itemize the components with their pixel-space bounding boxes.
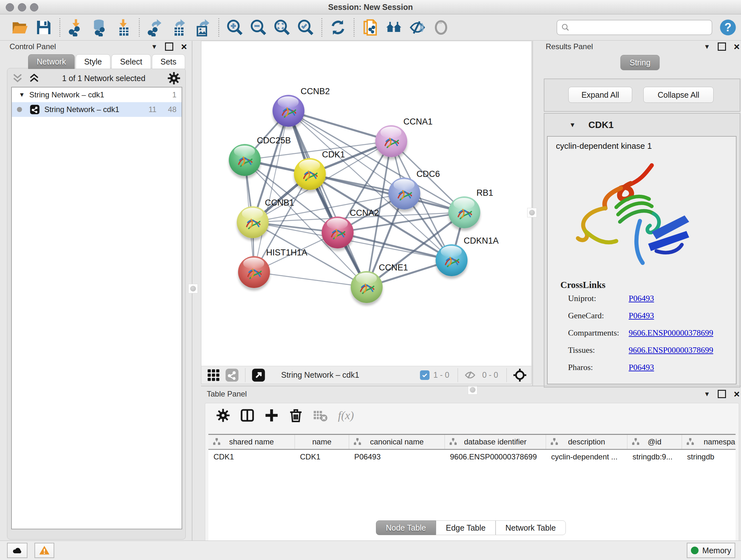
tab-string[interactable]: String <box>620 55 660 70</box>
network-node-hist1h1a[interactable] <box>238 256 270 288</box>
tab-network-table[interactable]: Network Table <box>495 520 566 535</box>
network-node-ccnb2[interactable] <box>273 95 305 127</box>
export-image-button[interactable] <box>192 17 213 38</box>
help-button[interactable]: ? <box>719 19 737 36</box>
network-node-ccne1[interactable] <box>351 271 383 303</box>
add-column-icon[interactable] <box>264 408 279 423</box>
column-header-id[interactable]: @id <box>627 435 682 449</box>
table-row[interactable]: CDK1 CDK1 P06493 9606.ENSP00000378699 cy… <box>208 450 736 464</box>
crosslink-link[interactable]: P06493 <box>629 311 654 320</box>
network-node-ccna1[interactable] <box>375 125 407 157</box>
automation-cloud-button[interactable] <box>7 543 27 558</box>
network-node-cdkn1a[interactable] <box>435 244 468 276</box>
collapse-all-chevron-icon[interactable] <box>11 73 24 84</box>
tab-edge-table[interactable]: Edge Table <box>436 520 495 535</box>
panel-collapse-icon[interactable]: ▼ <box>151 43 158 51</box>
column-header-database-identifier[interactable]: database identifier <box>445 435 546 449</box>
memory-button[interactable]: Memory <box>687 543 735 558</box>
cell-name[interactable]: CDK1 <box>295 452 349 461</box>
function-builder-icon[interactable]: f(x) <box>338 409 354 422</box>
crosslink-link[interactable]: P06493 <box>629 294 654 303</box>
tab-select[interactable]: Select <box>111 54 151 69</box>
expand-all-chevron-icon[interactable] <box>28 73 41 84</box>
import-network-button[interactable] <box>66 17 86 38</box>
tab-sets[interactable]: Sets <box>152 54 185 69</box>
panel-collapse-icon[interactable]: ▼ <box>704 390 711 398</box>
import-network-from-database-button[interactable] <box>89 17 110 38</box>
string-home-button[interactable] <box>384 17 404 38</box>
column-type-icon <box>550 437 559 446</box>
cell-description[interactable]: cyclin-dependent ... <box>546 452 627 461</box>
eye-button[interactable] <box>431 17 451 38</box>
search-input[interactable] <box>556 20 712 35</box>
network-node-ccnb1[interactable] <box>237 206 269 238</box>
delete-table-icon[interactable] <box>313 408 328 423</box>
export-table-button[interactable] <box>169 17 189 38</box>
open-in-new-window-icon[interactable] <box>252 368 266 382</box>
column-header-description[interactable]: description <box>546 435 627 449</box>
collapse-all-button[interactable]: Collapse All <box>643 87 714 103</box>
save-session-button[interactable] <box>33 17 54 38</box>
zoom-out-icon <box>250 18 267 37</box>
show-hide-panels-button[interactable] <box>407 17 428 38</box>
show-columns-icon[interactable] <box>240 408 255 423</box>
import-table-button[interactable] <box>113 17 133 38</box>
grid-view-icon[interactable] <box>206 368 220 382</box>
zoom-selected-button[interactable] <box>295 17 316 38</box>
cell-shared-name[interactable]: CDK1 <box>208 452 295 461</box>
table-options-gear-icon[interactable] <box>215 408 231 423</box>
refresh-button[interactable] <box>328 17 348 38</box>
entry-header[interactable]: ▼ CDK1 <box>544 114 740 136</box>
crosslink-link[interactable]: 9606.ENSP00000378699 <box>629 346 713 355</box>
expand-all-button[interactable]: Expand All <box>568 87 632 103</box>
node-table-card: f(x) shared name name canonical name <box>205 403 739 560</box>
zoom-in-button[interactable] <box>225 17 245 38</box>
network-canvas[interactable]: CCNB2CCNA1CDC25BCDK1CDC6RB1CCNB1CCNA2CDK… <box>201 41 531 366</box>
column-header-canonical-name[interactable]: canonical name <box>349 435 445 449</box>
cell-database-identifier[interactable]: 9606.ENSP00000378699 <box>445 452 546 461</box>
cell-namespace[interactable]: stringdb <box>682 452 736 461</box>
network-collection-row[interactable]: ▼ String Network – cdk1 1 <box>12 87 182 102</box>
birdseye-crosshair-icon[interactable] <box>513 368 527 382</box>
network-edge[interactable] <box>288 111 367 287</box>
panel-float-icon[interactable] <box>165 43 173 51</box>
warnings-button[interactable] <box>35 543 54 558</box>
delete-column-trash-icon[interactable] <box>288 408 304 423</box>
column-header-shared-name[interactable]: shared name <box>208 435 295 449</box>
tab-node-table[interactable]: Node Table <box>376 520 436 535</box>
export-network-button[interactable] <box>145 17 165 38</box>
cell-canonical-name[interactable]: P06493 <box>349 452 445 461</box>
clone-network-button[interactable] <box>360 17 381 38</box>
cell-id[interactable]: stringdb:9... <box>627 452 682 461</box>
column-header-namespace[interactable]: namespace <box>682 435 736 449</box>
network-row[interactable]: String Network – cdk1 11 48 <box>12 102 182 117</box>
network-view-share-icon[interactable] <box>225 368 239 382</box>
panel-float-icon[interactable] <box>718 43 726 51</box>
tab-network[interactable]: Network <box>28 54 75 69</box>
tab-style[interactable]: Style <box>76 54 111 69</box>
crosslink-link[interactable]: P06493 <box>629 363 654 372</box>
network-edge[interactable] <box>254 272 367 287</box>
toolbar-separator <box>354 18 354 37</box>
network-node-cdc25b[interactable] <box>229 144 261 176</box>
panel-collapse-icon[interactable]: ▼ <box>704 43 711 51</box>
network-node-rb1[interactable] <box>448 196 480 228</box>
column-header-name[interactable]: name <box>295 435 349 449</box>
open-session-button[interactable] <box>10 17 30 38</box>
panel-close-icon[interactable]: × <box>734 44 740 50</box>
network-node-cdc6[interactable] <box>388 178 420 209</box>
network-options-gear-icon[interactable] <box>167 71 181 85</box>
panel-close-icon[interactable]: × <box>734 391 740 397</box>
left-splitter-handle[interactable] <box>188 284 198 294</box>
zoom-out-button[interactable] <box>248 17 269 38</box>
zoom-fit-button[interactable] <box>272 17 292 38</box>
panel-float-icon[interactable] <box>718 390 726 398</box>
network-node-cdk1[interactable] <box>294 158 326 190</box>
network-node-ccna2[interactable] <box>322 216 354 248</box>
crosslink-link[interactable]: 9606.ENSP00000378699 <box>629 328 713 338</box>
panel-close-icon[interactable]: × <box>181 44 187 50</box>
entry-collapse-icon[interactable]: ▼ <box>569 121 576 129</box>
hidden-eye-slash-icon[interactable] <box>464 369 476 381</box>
tree-expand-icon[interactable]: ▼ <box>19 91 25 98</box>
selected-nodes-checkbox[interactable] <box>420 370 429 380</box>
